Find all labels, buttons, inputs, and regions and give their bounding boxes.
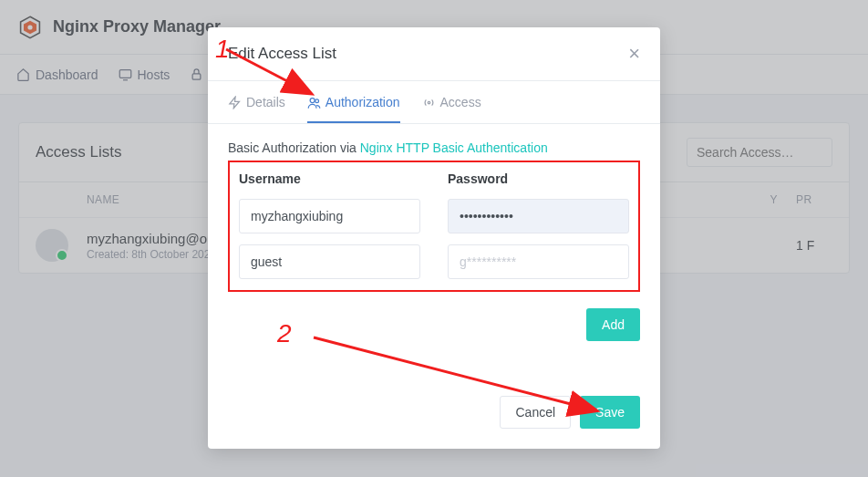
close-icon[interactable]: × xyxy=(628,44,640,64)
users-icon xyxy=(307,96,321,109)
password-input-0[interactable] xyxy=(448,199,629,233)
cancel-button[interactable]: Cancel xyxy=(500,396,571,429)
helper-text: Basic Authorization via Nginx HTTP Basic… xyxy=(228,140,640,155)
flash-icon xyxy=(228,96,242,109)
tab-authorization[interactable]: Authorization xyxy=(307,81,400,123)
svg-point-7 xyxy=(428,101,430,104)
helper-link[interactable]: Nginx HTTP Basic Authentication xyxy=(360,140,548,155)
modal-title: Edit Access List xyxy=(228,45,336,63)
edit-access-list-modal: Edit Access List × Details Authorization xyxy=(208,27,660,449)
password-input-1[interactable] xyxy=(448,244,629,279)
svg-point-5 xyxy=(310,98,315,102)
save-button[interactable]: Save xyxy=(580,396,640,429)
modal-backdrop: Edit Access List × Details Authorization xyxy=(0,0,868,477)
tab-label: Access xyxy=(440,95,481,109)
username-label: Username xyxy=(239,171,420,186)
username-input-0[interactable] xyxy=(239,199,420,233)
tab-details[interactable]: Details xyxy=(228,81,285,123)
radio-icon xyxy=(422,96,436,109)
add-button[interactable]: Add xyxy=(586,308,640,341)
svg-point-6 xyxy=(315,99,319,102)
tab-access[interactable]: Access xyxy=(422,81,481,123)
modal-tabs: Details Authorization Access xyxy=(208,81,660,124)
credentials-form: Username Password xyxy=(228,161,640,292)
password-label: Password xyxy=(448,171,629,186)
tab-label: Authorization xyxy=(326,95,400,109)
username-input-1[interactable] xyxy=(239,244,420,279)
tab-label: Details xyxy=(246,95,285,109)
